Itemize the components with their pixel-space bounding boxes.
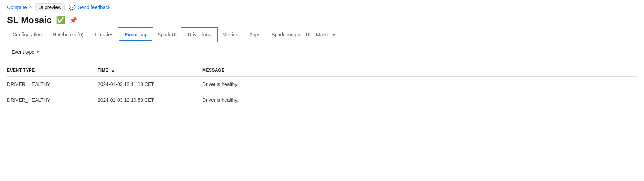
table-header-row: EVENT TYPE TIME ▲ MESSAGE (7, 64, 637, 77)
breadcrumb-separator: > (30, 5, 32, 10)
col-header-time[interactable]: TIME ▲ (98, 64, 202, 77)
filter-row: Event type ▾ (7, 47, 637, 57)
chevron-down-icon: ▾ (37, 50, 39, 55)
tabs-bar: Configuration Notebooks (0) Libraries Ev… (0, 28, 644, 41)
table-row: DRIVER_HEALTHY 2024-01-03 12:10:58 CET D… (7, 92, 637, 108)
cell-time: 2024-01-03 12:10:58 CET (98, 92, 202, 108)
breadcrumb-parent[interactable]: Compute (7, 5, 27, 10)
tab-metrics[interactable]: Metrics (217, 28, 244, 41)
tab-driver-logs[interactable]: Driver logs (182, 28, 217, 41)
event-log-table: EVENT TYPE TIME ▲ MESSAGE DRIVER_HEALTHY… (7, 64, 637, 108)
cell-event-type: DRIVER_HEALTHY (7, 77, 98, 92)
event-type-filter-label: Event type (12, 49, 35, 55)
sort-asc-icon: ▲ (111, 68, 115, 72)
cell-message: Driver is healthy. (202, 92, 637, 108)
tab-configuration[interactable]: Configuration (7, 28, 47, 41)
top-bar: Compute > UI preview 💬 Send feedback (0, 0, 644, 13)
tab-libraries[interactable]: Libraries (89, 28, 119, 41)
feedback-icon: 💬 (69, 4, 76, 11)
tab-spark-compute-label: Spark compute UI – Master (271, 32, 331, 37)
page-title: SL Mosaic (7, 15, 52, 26)
event-type-filter[interactable]: Event type ▾ (7, 47, 43, 57)
pin-icon[interactable]: 📌 (69, 16, 77, 24)
tab-spark-ui[interactable]: Spark UI (152, 28, 182, 41)
breadcrumb-current: UI preview (35, 3, 65, 11)
tab-dropdown-arrow: ▾ (332, 32, 335, 37)
tab-spark-compute-ui[interactable]: Spark compute UI – Master ▾ (266, 28, 340, 41)
tab-event-log[interactable]: Event log (119, 28, 152, 41)
status-healthy-icon: ✅ (56, 16, 65, 25)
tab-apps[interactable]: Apps (244, 28, 266, 41)
cell-event-type: DRIVER_HEALTHY (7, 92, 98, 108)
table-row: DRIVER_HEALTHY 2024-01-03 12:11:18 CET D… (7, 77, 637, 92)
cell-time: 2024-01-03 12:11:18 CET (98, 77, 202, 92)
page-header: SL Mosaic ✅ 📌 (0, 13, 644, 26)
send-feedback-button[interactable]: 💬 Send feedback (69, 4, 110, 11)
content-area: Event type ▾ EVENT TYPE TIME ▲ MESSAGE D… (0, 41, 644, 114)
col-header-message: MESSAGE (202, 64, 637, 77)
col-header-event-type: EVENT TYPE (7, 64, 98, 77)
cell-message: Driver is healthy. (202, 77, 637, 92)
send-feedback-label: Send feedback (78, 5, 110, 10)
tab-notebooks[interactable]: Notebooks (0) (47, 28, 89, 41)
